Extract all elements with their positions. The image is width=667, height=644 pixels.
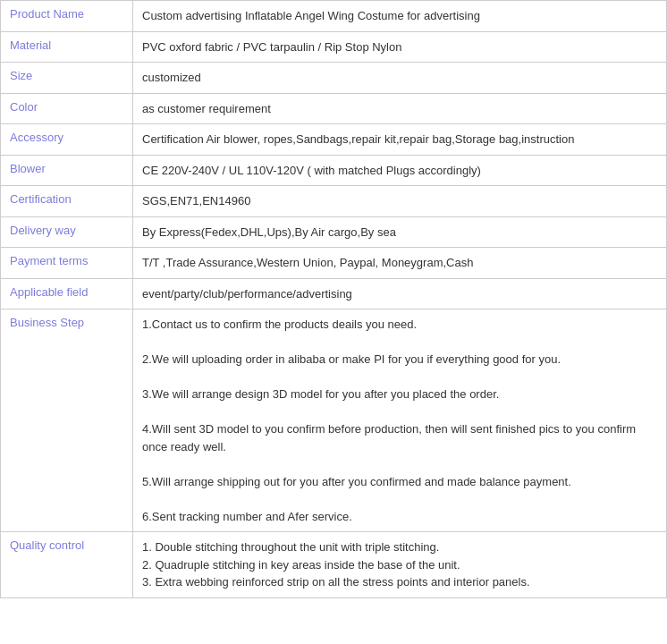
row-label: Certification bbox=[1, 186, 133, 217]
row-label: Delivery way bbox=[1, 216, 133, 248]
row-value: CE 220V-240V / UL 110V-120V ( with match… bbox=[133, 155, 667, 186]
table-row: Product NameCustom advertising Inflatabl… bbox=[1, 1, 667, 32]
row-label: Payment terms bbox=[1, 248, 133, 279]
table-row: CertificationSGS,EN71,EN14960 bbox=[1, 186, 667, 217]
row-label: Material bbox=[1, 31, 133, 63]
row-value: as customer requirement bbox=[133, 93, 667, 124]
row-value: PVC oxford fabric / PVC tarpaulin / Rip … bbox=[133, 31, 667, 63]
row-label: Business Step bbox=[1, 309, 133, 532]
table-row: Business Step1.Contact us to confirm the… bbox=[1, 309, 667, 532]
table-row: AccessoryCertification Air blower, ropes… bbox=[1, 124, 667, 156]
row-value: Certification Air blower, ropes,Sandbags… bbox=[133, 124, 667, 156]
row-label: Size bbox=[1, 63, 133, 94]
row-value: event/party/club/performance/advertising bbox=[133, 278, 667, 309]
row-label: Color bbox=[1, 93, 133, 124]
row-value: 1.Contact us to confirm the products dea… bbox=[133, 309, 667, 532]
table-row: Quality control1. Double stitching throu… bbox=[1, 532, 667, 598]
row-label: Accessory bbox=[1, 124, 133, 156]
row-value: SGS,EN71,EN14960 bbox=[133, 186, 667, 217]
row-label: Product Name bbox=[1, 1, 133, 32]
row-value: customized bbox=[133, 63, 667, 94]
table-row: Delivery wayBy Express(Fedex,DHL,Ups),By… bbox=[1, 216, 667, 248]
table-row: Payment termsT/T ,Trade Assurance,Wester… bbox=[1, 248, 667, 279]
row-value: By Express(Fedex,DHL,Ups),By Air cargo,B… bbox=[133, 216, 667, 248]
row-value: 1. Double stitching throughout the unit … bbox=[133, 532, 667, 598]
row-value: Custom advertising Inflatable Angel Wing… bbox=[133, 1, 667, 32]
row-label: Blower bbox=[1, 155, 133, 186]
row-label: Quality control bbox=[1, 532, 133, 598]
table-row: Coloras customer requirement bbox=[1, 93, 667, 124]
row-value: T/T ,Trade Assurance,Western Union, Payp… bbox=[133, 248, 667, 279]
table-row: Applicable fieldevent/party/club/perform… bbox=[1, 278, 667, 309]
product-info-table: Product NameCustom advertising Inflatabl… bbox=[0, 0, 667, 598]
table-row: BlowerCE 220V-240V / UL 110V-120V ( with… bbox=[1, 155, 667, 186]
table-row: Sizecustomized bbox=[1, 63, 667, 94]
table-row: MaterialPVC oxford fabric / PVC tarpauli… bbox=[1, 31, 667, 63]
row-label: Applicable field bbox=[1, 278, 133, 309]
